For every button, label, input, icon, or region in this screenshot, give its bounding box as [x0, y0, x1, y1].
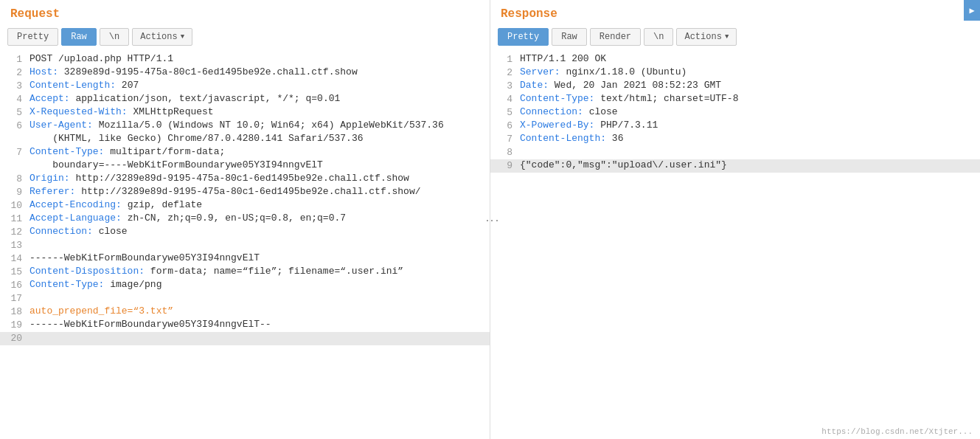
- request-line-5: 5 X-Requested-With: XMLHttpRequest: [0, 106, 490, 120]
- response-toolbar: Pretty Raw Render \n Actions ▼: [490, 25, 980, 50]
- response-content: 1 HTTP/1.1 200 OK 2 Server: nginx/1.18.0…: [490, 50, 980, 439]
- request-newline-btn[interactable]: \n: [100, 28, 129, 46]
- request-line-8: 8 Origin: http://3289e89d-9195-475a-80c1…: [0, 173, 490, 186]
- request-line-18: 18 auto_prepend_file=“3.txt”: [0, 305, 490, 319]
- request-toolbar: Pretty Raw \n Actions ▼: [0, 25, 490, 50]
- request-line-7b: boundary=----WebKitFormBoundarywe05Y3I94…: [0, 159, 490, 173]
- request-line-10: 10 Accept-Encoding: gzip, deflate: [0, 199, 490, 212]
- request-line-11: 11 Accept-Language: zh-CN, zh;q=0.9, en-…: [0, 212, 490, 226]
- request-line-2: 2 Host: 3289e89d-9195-475a-80c1-6ed1495b…: [0, 66, 490, 80]
- panel-divider[interactable]: ⋮: [488, 0, 496, 439]
- response-line-5: 5 Connection: close: [490, 106, 980, 120]
- response-line-8: 8: [490, 146, 980, 159]
- response-line-1: 1 HTTP/1.1 200 OK: [490, 53, 980, 66]
- request-line-3: 3 Content-Length: 207: [0, 80, 490, 93]
- response-line-2: 2 Server: nginx/1.18.0 (Ubuntu): [490, 66, 980, 80]
- watermark: https://blog.csdn.net/Xtjter...: [821, 427, 973, 436]
- request-title: Request: [0, 0, 490, 25]
- response-panel: Response Pretty Raw Render \n Actions ▼ …: [490, 0, 980, 439]
- response-line-3: 3 Date: Wed, 20 Jan 2021 08:52:23 GMT: [490, 80, 980, 93]
- drag-handle-icon: ⋮: [484, 214, 500, 226]
- response-pretty-btn[interactable]: Pretty: [498, 28, 549, 46]
- corner-icon: ▶: [969, 5, 974, 16]
- response-line-4: 4 Content-Type: text/html; charset=UTF-8: [490, 93, 980, 106]
- corner-action-btn[interactable]: ▶: [964, 0, 980, 21]
- response-raw-btn[interactable]: Raw: [552, 28, 587, 46]
- request-line-4: 4 Accept: application/json, text/javascr…: [0, 93, 490, 106]
- response-line-7: 7 Content-Length: 36: [490, 133, 980, 146]
- request-line-7: 7 Content-Type: multipart/form-data;: [0, 146, 490, 159]
- request-line-6: 6 User-Agent: Mozilla/5.0 (Windows NT 10…: [0, 120, 490, 133]
- response-title: Response: [490, 0, 980, 25]
- response-line-9: 9 {"code":0,"msg":"upload\/.user.ini"}: [490, 159, 980, 173]
- chevron-down-icon: ▼: [725, 33, 729, 41]
- request-line-9: 9 Referer: http://3289e89d-9195-475a-80c…: [0, 186, 490, 199]
- request-line-1: 1 POST /upload.php HTTP/1.1: [0, 53, 490, 66]
- request-panel: Request Pretty Raw \n Actions ▼ 1 POST /…: [0, 0, 490, 439]
- response-newline-btn[interactable]: \n: [644, 28, 673, 46]
- request-line-14: 14 ------WebKitFormBoundarywe05Y3I94nngv…: [0, 252, 490, 266]
- request-line-15: 15 Content-Disposition: form-data; name=…: [0, 266, 490, 279]
- chevron-down-icon: ▼: [181, 33, 184, 41]
- request-line-12: 12 Connection: close: [0, 226, 490, 239]
- request-line-20: 20: [0, 332, 490, 345]
- request-raw-btn[interactable]: Raw: [61, 28, 97, 46]
- request-line-6b: (KHTML, like Gecko) Chrome/87.0.4280.141…: [0, 133, 490, 146]
- request-pretty-btn[interactable]: Pretty: [7, 28, 58, 46]
- response-actions-btn[interactable]: Actions ▼: [676, 28, 737, 46]
- request-line-17: 17: [0, 292, 490, 305]
- request-line-19: 19 ------WebKitFormBoundarywe05Y3I94nngv…: [0, 319, 490, 332]
- request-content: 1 POST /upload.php HTTP/1.1 2 Host: 3289…: [0, 50, 490, 439]
- response-line-6: 6 X-Powered-By: PHP/7.3.11: [490, 120, 980, 133]
- response-render-btn[interactable]: Render: [590, 28, 641, 46]
- request-line-16: 16 Content-Type: image/png: [0, 279, 490, 292]
- request-actions-btn[interactable]: Actions ▼: [132, 28, 192, 46]
- request-line-13: 13: [0, 239, 490, 252]
